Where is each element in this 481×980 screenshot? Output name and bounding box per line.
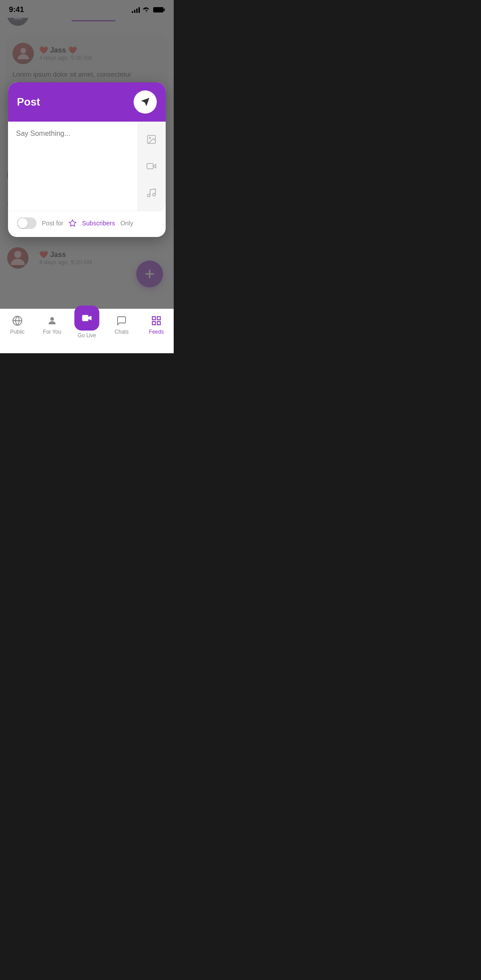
post-for-label: Post for bbox=[42, 220, 63, 227]
svg-point-12 bbox=[147, 194, 150, 197]
nav-item-for-you[interactable]: For You bbox=[35, 314, 69, 335]
subscribers-label[interactable]: Subscribers bbox=[82, 220, 115, 227]
for-you-nav-label: For You bbox=[43, 329, 61, 335]
post-text-input[interactable] bbox=[16, 130, 129, 201]
chats-nav-label: Chats bbox=[114, 329, 128, 335]
go-live-nav-label: Go Live bbox=[77, 332, 96, 339]
nav-item-chats[interactable]: Chats bbox=[104, 314, 139, 335]
for-you-nav-icon bbox=[46, 314, 58, 327]
nav-item-go-live[interactable]: Go Live bbox=[69, 314, 104, 339]
svg-point-10 bbox=[149, 137, 151, 139]
post-modal: Post bbox=[8, 82, 166, 237]
star-icon bbox=[69, 219, 77, 227]
public-nav-icon bbox=[11, 314, 24, 327]
post-modal-title: Post bbox=[17, 96, 40, 108]
subscribers-toggle[interactable] bbox=[17, 217, 37, 229]
nav-item-feeds[interactable]: Feeds bbox=[139, 314, 174, 335]
post-media-sidebar bbox=[137, 122, 166, 211]
post-text-container bbox=[8, 122, 137, 211]
go-live-button[interactable] bbox=[74, 306, 99, 331]
post-modal-header: Post bbox=[8, 82, 166, 122]
add-music-button[interactable] bbox=[143, 185, 159, 201]
nav-item-public[interactable]: Public bbox=[0, 314, 35, 335]
chats-nav-icon bbox=[115, 314, 128, 327]
add-image-button[interactable] bbox=[143, 131, 159, 147]
bottom-navigation: Public For You Go Live Chats bbox=[0, 309, 174, 353]
svg-point-16 bbox=[50, 317, 54, 321]
svg-rect-11 bbox=[147, 163, 153, 169]
svg-point-13 bbox=[153, 193, 155, 196]
post-modal-footer: Post for Subscribers Only bbox=[8, 211, 166, 237]
post-send-button[interactable] bbox=[134, 90, 157, 114]
svg-marker-14 bbox=[69, 220, 76, 226]
public-nav-label: Public bbox=[10, 329, 25, 335]
only-label: Only bbox=[120, 220, 133, 227]
post-modal-body bbox=[8, 122, 166, 211]
feeds-nav-icon bbox=[150, 314, 163, 327]
feeds-nav-label: Feeds bbox=[149, 329, 163, 335]
add-video-button[interactable] bbox=[143, 158, 159, 174]
